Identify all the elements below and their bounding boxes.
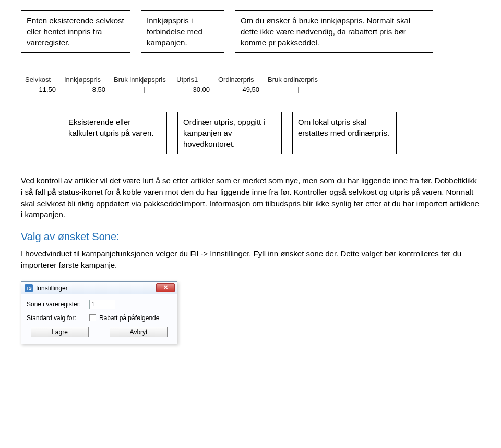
info-box-selvkost-note: Enten eksisterende selvkost eller hentet… (21, 10, 130, 53)
info-box-eksisterende-utpris: Eksisterende eller kalkulert utpris på v… (63, 112, 167, 154)
save-button[interactable]: Lagre (31, 327, 89, 337)
cancel-button[interactable]: Avbryt (110, 327, 168, 337)
col-header-selvkost: Selvkost (21, 74, 60, 85)
label-sone: Sone i vareregister: (27, 301, 89, 308)
paragraph-kontroll-artikler: Ved kontroll av artikler vil det være lu… (21, 175, 480, 220)
close-button[interactable]: ✕ (156, 283, 175, 292)
close-icon: ✕ (163, 285, 168, 290)
label-standard-valg: Standard valg for: (27, 314, 89, 322)
cell-selvkost: 11,50 (21, 85, 60, 96)
section-heading-sone: Valg av ønsket Sone: (21, 231, 480, 243)
app-icon: TS (25, 284, 33, 292)
info-box-lokal-utpris: Om lokal utpris skal erstattes med ordin… (292, 112, 397, 154)
checkbox-rabatt-pafolgende[interactable] (89, 314, 96, 321)
price-row-table: Selvkost 11,50 Innkjøpspris 8,50 Bruk in… (21, 74, 480, 96)
col-header-utpris1: Utpris1 (172, 74, 214, 85)
input-sone[interactable] (89, 300, 115, 309)
dialog-titlebar[interactable]: TS Innstillinger ✕ (21, 282, 177, 294)
dialog-title: Innstillinger (36, 285, 68, 292)
checkbox-bruk-innkjopspris[interactable] (138, 87, 145, 93)
dialog-innstillinger: TS Innstillinger ✕ Sone i vareregister: … (21, 281, 177, 344)
info-box-ordinaer-utpris: Ordinær utpris, oppgitt i kampanjen av h… (177, 112, 282, 154)
col-header-ordinaerpris: Ordinærpris (214, 74, 264, 85)
info-box-bruk-innkjopspris-note: Om du ønsker å bruke innkjøpspris. Norma… (235, 10, 433, 53)
cell-ordinaerpris: 49,50 (214, 85, 264, 96)
col-header-innkjopspris: Innkjøpspris (60, 74, 110, 85)
col-header-bruk-innkjopspris: Bruk innkjøpspris (110, 74, 172, 85)
checkbox-bruk-ordinaerpris[interactable] (292, 87, 299, 93)
cell-utpris1: 30,00 (172, 85, 214, 96)
mid-info-boxes: Eksisterende eller kalkulert utpris på v… (63, 112, 480, 154)
cell-innkjopspris: 8,50 (60, 85, 110, 96)
info-box-innkjopspris-note: Innkjøpspris i forbindelse med kampanjen… (141, 10, 224, 53)
label-rabatt-pafolgende: Rabatt på påfølgende (99, 314, 159, 322)
top-info-boxes: Enten eksisterende selvkost eller hentet… (21, 10, 480, 53)
col-header-bruk-ordinaerpris: Bruk ordinærpris (264, 74, 326, 85)
paragraph-sone-instructions: I hovedvinduet til kampanjefunksjonen ve… (21, 248, 480, 271)
